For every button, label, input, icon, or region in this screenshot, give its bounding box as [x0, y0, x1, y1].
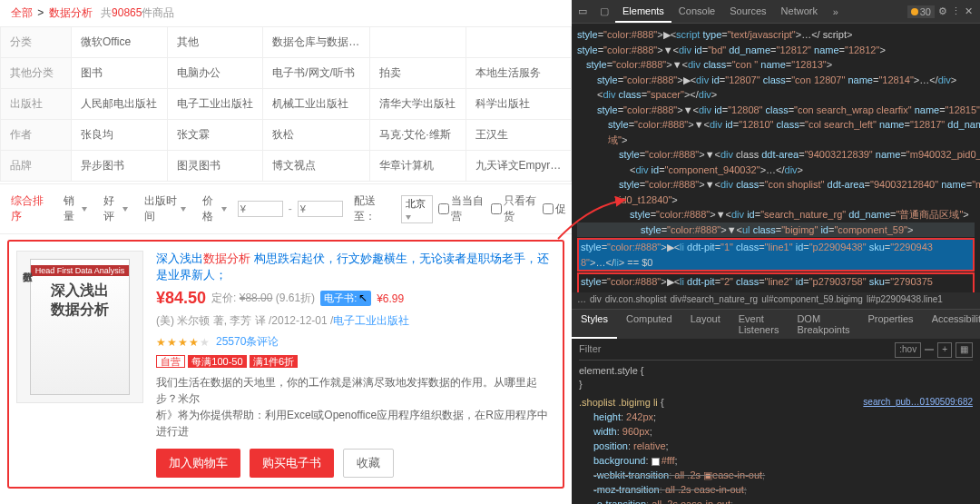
facet-value[interactable]: 电子书/网文/听书 — [263, 58, 370, 89]
css-property[interactable]: height: 242px; — [579, 410, 973, 425]
devtools-tab[interactable]: Console — [671, 1, 722, 23]
dom-node[interactable]: style="color:#888">▼<div id="bd" dd_name… — [577, 43, 975, 58]
kebab-icon[interactable]: ⋮ — [951, 5, 961, 17]
breadcrumb-item[interactable]: li#p22909438.line1 — [867, 294, 943, 304]
more-tabs-icon[interactable]: » — [825, 6, 847, 17]
facet-value[interactable]: 其他 — [167, 27, 263, 58]
facet-value[interactable]: 人民邮电出版社 — [72, 89, 168, 120]
crumb-all[interactable]: 全部 — [11, 6, 33, 19]
ebook-tag[interactable]: 电子书:↖ — [320, 291, 371, 306]
warnings-button[interactable]: 30 — [907, 5, 935, 18]
sort-default[interactable]: 综合排序 — [5, 192, 53, 226]
dom-node[interactable]: style="color:#888">▼<div id="search_natu… — [577, 207, 975, 222]
cls-button[interactable] — [925, 349, 934, 351]
reviews-link[interactable]: 25570条评论 — [216, 334, 279, 350]
styles-subtab[interactable]: Styles — [572, 310, 617, 339]
facet-value[interactable]: 张良均 — [72, 120, 168, 151]
dom-node[interactable]: style="color:#888">▶<div id="12807" clas… — [577, 73, 975, 88]
facet-value[interactable]: 机械工业出版社 — [263, 89, 370, 120]
press-link[interactable]: 电子工业出版社 — [333, 314, 409, 327]
dom-node[interactable]: style="color:#888">▶<script type="text/j… — [577, 27, 975, 43]
dom-node[interactable]: style="color:#888">▶<li ddt-pit="2" clas… — [577, 272, 975, 292]
styles-subtab[interactable]: Properties — [858, 310, 922, 339]
dom-node[interactable]: style="color:#888">▶<li ddt-pit="1" clas… — [577, 238, 975, 272]
styles-subtab[interactable]: DOM Breakpoints — [788, 310, 858, 339]
dom-node[interactable]: style="color:#888">▼<div class="con " na… — [577, 57, 975, 73]
breadcrumb-item[interactable]: … — [577, 294, 586, 304]
sort-sales[interactable]: 销量 — [58, 192, 93, 226]
facet-value[interactable]: 王汉生 — [466, 120, 571, 151]
dom-node[interactable]: <div id="component_940032">…</div> — [577, 163, 975, 178]
facet-value[interactable]: 拍卖 — [369, 58, 466, 89]
facet-value[interactable]: 华章计算机 — [369, 151, 466, 182]
buy-ebook-button[interactable]: 购买电子书 — [250, 449, 334, 478]
css-property[interactable]: width: 960px; — [579, 425, 973, 440]
styles-subtab[interactable]: Layout — [681, 310, 730, 339]
in-stock-checkbox[interactable]: 只看有货 — [491, 193, 537, 224]
dest-select[interactable]: 北京 — [401, 195, 434, 223]
add-style-button[interactable]: + — [937, 342, 952, 358]
css-property[interactable]: -o-transition: all .2s ease-in-out; — [579, 498, 973, 504]
sort-rating[interactable]: 好评 — [98, 192, 133, 226]
facet-value[interactable]: 张文霖 — [167, 120, 263, 151]
dom-node[interactable]: style="color:#888">▼<div id="12810" clas… — [577, 117, 975, 147]
facet-value[interactable]: 博文视点 — [263, 151, 370, 182]
price-min-input[interactable] — [238, 201, 283, 217]
breadcrumb-item[interactable]: div — [590, 294, 602, 304]
product-image[interactable]: 数据分析Head First Data Analysis深入浅出数据分析 — [16, 251, 143, 403]
only-dd-checkbox[interactable]: 当当自营 — [438, 193, 485, 224]
breadcrumb-item[interactable]: div.con.shoplist — [605, 294, 667, 304]
css-property[interactable]: position: relative; — [579, 440, 973, 454]
devtools-tab[interactable]: Elements — [615, 1, 671, 23]
dom-node[interactable]: style="color:#888">▼<div class="con shop… — [577, 177, 975, 207]
elements-tree[interactable]: style="color:#888">▶<script type="text/j… — [572, 24, 980, 292]
devtools-tab[interactable]: Sources — [722, 1, 773, 23]
css-property[interactable]: -moz-transition: all .2s ease-in-out; — [579, 483, 973, 498]
styles-subtab[interactable]: Event Listeners — [730, 310, 789, 339]
css-property[interactable]: background: #fff; — [579, 454, 973, 469]
close-icon[interactable]: ✕ — [965, 5, 973, 17]
devtools-tab[interactable]: Network — [774, 1, 825, 23]
add-to-cart-button[interactable]: 加入购物车 — [156, 449, 240, 478]
dom-node[interactable]: style="color:#888">▼<div id="12808" clas… — [577, 103, 975, 118]
facet-value[interactable]: 微软Office — [72, 27, 168, 58]
facet-value[interactable]: 狄松 — [263, 120, 370, 151]
facet-value[interactable]: 数据仓库与数据… — [263, 27, 370, 58]
hov-button[interactable]: :hov — [895, 342, 921, 358]
dom-node[interactable]: style="color:#888">▼<ul class="bigimg" i… — [577, 222, 975, 238]
dom-breadcrumbs[interactable]: …divdiv.con.shoplistdiv#search_nature_rg… — [572, 292, 980, 309]
facet-value[interactable]: 九天译文Empyr… — [466, 151, 571, 182]
facet-value[interactable]: 马克·艾伦·维斯 — [369, 120, 466, 151]
more-styles-icon[interactable]: ▦ — [956, 342, 973, 358]
breadcrumb-item[interactable]: div#search_nature_rg — [670, 294, 758, 304]
price-max-input[interactable] — [298, 201, 343, 217]
facet-value[interactable]: 本地生活服务 — [466, 58, 571, 89]
facet-value[interactable]: 异步图书 — [72, 151, 168, 182]
sort-price[interactable]: 价格 — [197, 192, 232, 226]
element-style-block[interactable]: element.style { } — [579, 364, 973, 393]
facet-value[interactable]: 电脑办公 — [167, 58, 263, 89]
styles-subtab[interactable]: Accessibility — [923, 310, 980, 339]
css-rule-block[interactable]: search_pub…0190509:682 .shoplist .bigimg… — [579, 396, 973, 504]
dom-node[interactable]: style="color:#888">▼<div class ddt-area=… — [577, 147, 975, 163]
breadcrumb-item[interactable]: ul#component_59.bigimg — [761, 294, 863, 304]
self-tag: 自营 — [156, 355, 185, 368]
crumb-keyword[interactable]: 数据分析 — [49, 6, 93, 19]
styles-filter-input[interactable]: Filter — [579, 342, 601, 358]
product-title[interactable]: 深入浅出数据分析 构思跌宕起伏，行文妙趣横生，无论读者是职场老手，还是业界新人； — [156, 251, 555, 283]
dom-node[interactable]: <div class="spacer"></div> — [577, 87, 975, 103]
gear-icon[interactable]: ⚙ — [938, 5, 947, 17]
facet-value[interactable]: 电子工业出版社 — [167, 89, 263, 120]
favorite-button[interactable]: 收藏 — [343, 449, 394, 478]
inspect-icon[interactable]: ▭ — [572, 5, 593, 17]
promo-checkbox[interactable]: 促 — [543, 202, 566, 217]
styles-subtab[interactable]: Computed — [617, 310, 681, 339]
facet-value[interactable]: 清华大学出版社 — [369, 89, 466, 120]
sort-pubtime[interactable]: 出版时间 — [139, 192, 191, 226]
facet-value[interactable]: 图书 — [72, 58, 168, 89]
device-icon[interactable]: ▢ — [593, 5, 615, 17]
facet-value[interactable]: 科学出版社 — [466, 89, 571, 120]
css-property[interactable]: -webkit-transition: all .2s ▣ease-in-out… — [579, 469, 973, 483]
css-file-link[interactable]: search_pub…0190509:682 — [863, 396, 973, 410]
facet-value[interactable]: 图灵图书 — [167, 151, 263, 182]
